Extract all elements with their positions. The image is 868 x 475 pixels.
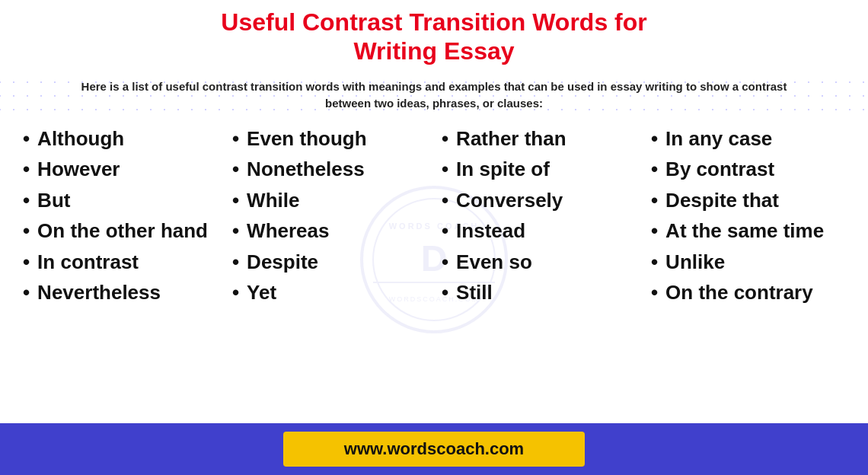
list-item: Nonetheless	[232, 157, 426, 182]
list-item: At the same time	[651, 218, 845, 244]
word-list-3: Rather than In spite of Conversely Inste…	[442, 126, 636, 305]
list-item: Instead	[442, 218, 636, 244]
list-item: Conversely	[442, 188, 636, 213]
list-item: Despite that	[651, 188, 845, 213]
list-item: Whereas	[232, 218, 426, 244]
list-item: But	[23, 188, 217, 213]
list-item: On the other hand	[23, 218, 217, 244]
main-container: Useful Contrast Transition Words for Wri…	[0, 0, 868, 475]
list-item: While	[232, 188, 426, 213]
column-4: In any case By contrast Despite that At …	[643, 119, 853, 400]
list-item: In any case	[651, 126, 845, 151]
word-list-1: Although However But On the other hand I…	[23, 126, 217, 305]
list-item: Still	[442, 280, 636, 305]
column-2: Even though Nonetheless While Whereas De…	[225, 119, 434, 400]
list-item: On the contrary	[651, 280, 845, 305]
title-line2: Writing Essay	[353, 37, 514, 65]
list-item: In contrast	[23, 250, 217, 275]
list-item: In spite of	[442, 157, 636, 182]
footer: www.wordscoach.com	[0, 423, 868, 475]
content-area: D WORDS COACH WORDSCOACH.COM Although Ho…	[0, 119, 868, 400]
list-item: Even so	[442, 250, 636, 275]
column-3: Rather than In spite of Conversely Inste…	[434, 119, 643, 400]
list-item: Although	[23, 126, 217, 151]
page-title: Useful Contrast Transition Words for Wri…	[30, 8, 838, 66]
list-item: Even though	[232, 126, 426, 151]
subtitle-text: Here is a list of useful contrast transi…	[0, 71, 868, 119]
list-item: Unlike	[651, 250, 845, 275]
column-1: Although However But On the other hand I…	[15, 119, 225, 400]
list-item: By contrast	[651, 157, 845, 182]
word-list-4: In any case By contrast Despite that At …	[651, 126, 845, 305]
title-line1: Useful Contrast Transition Words for	[221, 8, 646, 36]
list-item: Yet	[232, 280, 426, 305]
word-list-2: Even though Nonetheless While Whereas De…	[232, 126, 426, 305]
header-section: Useful Contrast Transition Words for Wri…	[0, 0, 868, 119]
footer-url: www.wordscoach.com	[344, 439, 524, 458]
list-item: Rather than	[442, 126, 636, 151]
list-item: Despite	[232, 250, 426, 275]
title-block: Useful Contrast Transition Words for Wri…	[0, 0, 868, 71]
list-item: However	[23, 157, 217, 182]
list-item: Nevertheless	[23, 280, 217, 305]
url-box: www.wordscoach.com	[283, 432, 585, 467]
